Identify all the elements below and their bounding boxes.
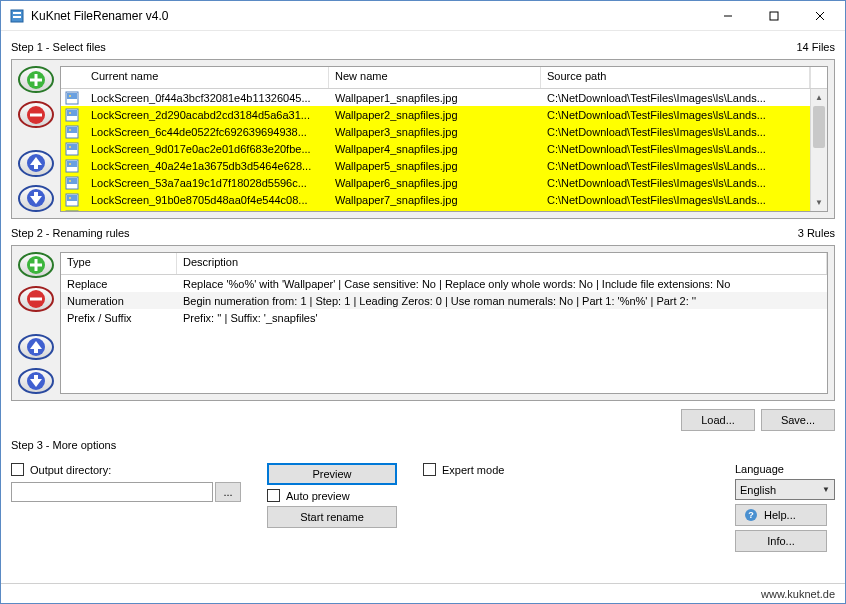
help-button[interactable]: ? Help... [735, 504, 827, 526]
save-rules-button[interactable]: Save... [761, 409, 835, 431]
move-file-down-button[interactable] [18, 185, 54, 212]
expert-mode-label: Expert mode [442, 464, 504, 476]
cell-source-path: C:\NetDownload\TestFiles\Images\ls\Lands… [541, 109, 827, 121]
table-row[interactable]: LockScreen_2d290acabd2cd3184d5a6a31...Wa… [61, 106, 827, 123]
step2-count: 3 Rules [798, 227, 835, 239]
files-table[interactable]: Current name New name Source path LockSc… [60, 66, 828, 212]
window-title: KuKnet FileRenamer v4.0 [31, 9, 705, 23]
file-icon [61, 125, 85, 139]
add-files-button[interactable] [18, 66, 54, 93]
svg-rect-21 [67, 127, 77, 133]
cell-rule-desc: Replace '%o%' with 'Wallpaper' | Case se… [177, 278, 827, 290]
step1-panel: Current name New name Source path LockSc… [11, 59, 835, 219]
step2-header: Step 2 - Renaming rules 3 Rules [11, 227, 835, 239]
window-controls [705, 2, 843, 30]
help-icon: ? [744, 508, 758, 522]
svg-rect-9 [30, 78, 42, 81]
table-row[interactable]: LockScreen_91b0e8705d48aa0f4e544c08...Wa… [61, 191, 827, 208]
cell-rule-type: Numeration [61, 295, 177, 307]
info-button[interactable]: Info... [735, 530, 827, 552]
cell-current-name: LockScreen_40a24e1a3675db3d5464e628... [85, 160, 329, 172]
file-icon [61, 108, 85, 122]
expert-mode-checkbox[interactable] [423, 463, 436, 476]
start-rename-button[interactable]: Start rename [267, 506, 397, 528]
col-type[interactable]: Type [61, 253, 177, 274]
remove-rule-button[interactable] [18, 286, 54, 312]
col-description[interactable]: Description [177, 253, 827, 274]
cell-current-name: LockScreen_6c44de0522fc692639694938... [85, 126, 329, 138]
table-row[interactable]: LockScreen_53a7aa19c1d7f18028d5596c...Wa… [61, 174, 827, 191]
svg-rect-18 [67, 110, 77, 116]
file-icon [61, 142, 85, 156]
output-dir-input[interactable] [11, 482, 213, 502]
table-row[interactable]: LockScreen_6c44de0522fc692639694938...Wa… [61, 123, 827, 140]
status-url[interactable]: www.kuknet.de [761, 588, 835, 600]
output-dir-label: Output directory: [30, 464, 111, 476]
move-rule-up-button[interactable] [18, 334, 54, 360]
main-window: KuKnet FileRenamer v4.0 Step 1 - Select … [0, 0, 846, 604]
cell-new-name: Wallpaper7_snapfiles.jpg [329, 194, 541, 206]
svg-rect-11 [30, 113, 42, 116]
rules-table-body[interactable]: ReplaceReplace '%o%' with 'Wallpaper' | … [61, 275, 827, 393]
cell-new-name: Wallpaper4_snapfiles.jpg [329, 143, 541, 155]
remove-files-button[interactable] [18, 101, 54, 128]
file-icon [61, 193, 85, 207]
preview-button[interactable]: Preview [267, 463, 397, 485]
language-combo[interactable]: English ▼ [735, 479, 835, 500]
expert-group: Expert mode [423, 463, 719, 552]
step3-panel: Output directory: ... Preview Auto previ… [11, 457, 835, 556]
table-row[interactable]: LockScreen_40a24e1a3675db3d5464e628...Wa… [61, 157, 827, 174]
scroll-thumb[interactable] [813, 106, 825, 148]
load-rules-button[interactable]: Load... [681, 409, 755, 431]
table-row[interactable]: LockScreen_9d017e0ac2e01d6f683e20fbe...W… [61, 140, 827, 157]
chevron-down-icon: ▼ [822, 485, 830, 494]
file-icon [61, 176, 85, 190]
close-button[interactable] [797, 2, 843, 30]
statusbar: www.kuknet.de [1, 583, 845, 603]
maximize-button[interactable] [751, 2, 797, 30]
move-file-up-button[interactable] [18, 150, 54, 177]
output-dir-checkbox[interactable] [11, 463, 24, 476]
scroll-down-icon[interactable]: ▼ [811, 194, 827, 211]
table-row[interactable]: Prefix / SuffixPrefix: '' | Suffix: '_sn… [61, 309, 827, 326]
step2-label: Step 2 - Renaming rules [11, 227, 130, 239]
auto-preview-label: Auto preview [286, 490, 350, 502]
table-row[interactable]: LockScreen_97fc2bf9390c081bdbfbce267...W… [61, 208, 827, 211]
cell-current-name: LockScreen_91b0e8705d48aa0f4e544c08... [85, 194, 329, 206]
minimize-button[interactable] [705, 2, 751, 30]
rules-table-header: Type Description [61, 253, 827, 275]
step3-label: Step 3 - More options [11, 439, 116, 451]
svg-rect-40 [30, 264, 42, 267]
svg-rect-1 [13, 12, 21, 14]
svg-point-28 [69, 163, 71, 165]
step2-panel: Type Description ReplaceReplace '%o%' wi… [11, 245, 835, 401]
browse-button[interactable]: ... [215, 482, 241, 502]
rules-table[interactable]: Type Description ReplaceReplace '%o%' wi… [60, 252, 828, 394]
files-scrollbar[interactable]: ▲ ▼ [810, 89, 827, 211]
col-current-name[interactable]: Current name [85, 67, 329, 88]
svg-rect-24 [67, 144, 77, 150]
add-rule-button[interactable] [18, 252, 54, 278]
move-rule-down-button[interactable] [18, 368, 54, 394]
col-new-name[interactable]: New name [329, 67, 541, 88]
table-row[interactable]: LockScreen_0f44a3bcf32081e4b11326045...W… [61, 89, 827, 106]
cell-current-name: LockScreen_2d290acabd2cd3184d5a6a31... [85, 109, 329, 121]
table-row[interactable]: ReplaceReplace '%o%' with 'Wallpaper' | … [61, 275, 827, 292]
cell-source-path: C:\NetDownload\TestFiles\Images\ls\Lands… [541, 211, 827, 212]
cell-source-path: C:\NetDownload\TestFiles\Images\ls\Lands… [541, 126, 827, 138]
step1-label: Step 1 - Select files [11, 41, 106, 53]
svg-rect-30 [67, 178, 77, 184]
cell-source-path: C:\NetDownload\TestFiles\Images\ls\Lands… [541, 143, 827, 155]
files-table-body[interactable]: LockScreen_0f44a3bcf32081e4b11326045...W… [61, 89, 827, 211]
svg-rect-33 [67, 195, 77, 201]
auto-preview-checkbox[interactable] [267, 489, 280, 502]
step1-header: Step 1 - Select files 14 Files [11, 41, 835, 53]
table-row[interactable]: NumerationBegin numeration from: 1 | Ste… [61, 292, 827, 309]
svg-rect-35 [66, 211, 78, 212]
step2-footer: Load... Save... [11, 409, 835, 431]
cell-source-path: C:\NetDownload\TestFiles\Images\ls\Lands… [541, 194, 827, 206]
svg-point-25 [69, 146, 71, 148]
scroll-up-icon[interactable]: ▲ [811, 89, 827, 106]
cell-current-name: LockScreen_0f44a3bcf32081e4b11326045... [85, 92, 329, 104]
col-source-path[interactable]: Source path [541, 67, 810, 88]
